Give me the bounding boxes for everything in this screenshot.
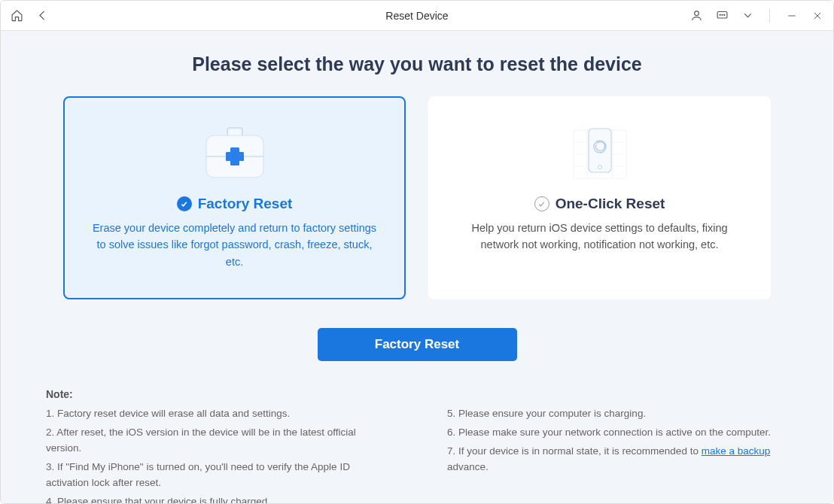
- factory-reset-button[interactable]: Factory Reset: [318, 328, 517, 361]
- note-item: 5. Please ensure your computer is chargi…: [447, 406, 788, 422]
- card-desc: Erase your device completely and return …: [87, 220, 382, 270]
- user-icon[interactable]: [689, 9, 703, 23]
- notes-col-left: 1. Factory reset device will erase all d…: [46, 406, 387, 504]
- note-item: 3. If "Find My iPhone" is turned on, you…: [46, 460, 387, 491]
- svg-point-4: [723, 14, 724, 15]
- titlebar: Reset Device: [1, 1, 833, 31]
- medical-kit-icon: [202, 120, 268, 188]
- check-icon: [177, 196, 192, 211]
- minimize-icon[interactable]: [785, 9, 799, 23]
- note-item: 7. If your device is in normal state, it…: [447, 444, 788, 475]
- notes-section: Note: 1. Factory reset device will erase…: [46, 388, 788, 504]
- note-item: 6. Please make sure your network connect…: [447, 425, 788, 441]
- window-title: Reset Device: [385, 10, 448, 22]
- divider: [769, 9, 770, 23]
- feedback-icon[interactable]: [715, 9, 729, 23]
- back-icon[interactable]: [35, 9, 49, 23]
- card-title: Factory Reset: [198, 196, 293, 212]
- card-desc: Help you return iOS device settings to d…: [452, 220, 747, 254]
- page-title: Please select the way you want to reset …: [46, 53, 788, 75]
- note-item: 1. Factory reset device will erase all d…: [46, 406, 387, 422]
- chevron-down-icon[interactable]: [741, 9, 754, 23]
- card-one-click-reset[interactable]: One-Click Reset Help you return iOS devi…: [428, 96, 771, 299]
- phone-reset-icon: [566, 120, 634, 188]
- svg-point-0: [694, 11, 699, 16]
- notes-col-right: 5. Please ensure your computer is chargi…: [447, 406, 788, 504]
- card-title: One-Click Reset: [555, 196, 665, 212]
- cards-row: Factory Reset Erase your device complete…: [46, 96, 788, 299]
- note-item: 2. After reset, the iOS version in the d…: [46, 425, 387, 457]
- close-icon[interactable]: [811, 9, 824, 23]
- make-backup-link[interactable]: make a backup: [702, 445, 771, 457]
- check-icon: [534, 196, 549, 211]
- note-item: 4. Please ensure that your device is ful…: [46, 494, 387, 504]
- svg-rect-13: [226, 152, 244, 161]
- home-icon[interactable]: [10, 9, 23, 23]
- svg-point-3: [721, 14, 722, 15]
- svg-point-2: [720, 14, 720, 15]
- content-area: Please select the way you want to reset …: [1, 31, 833, 503]
- notes-label: Note:: [46, 388, 788, 400]
- card-factory-reset[interactable]: Factory Reset Erase your device complete…: [63, 96, 406, 299]
